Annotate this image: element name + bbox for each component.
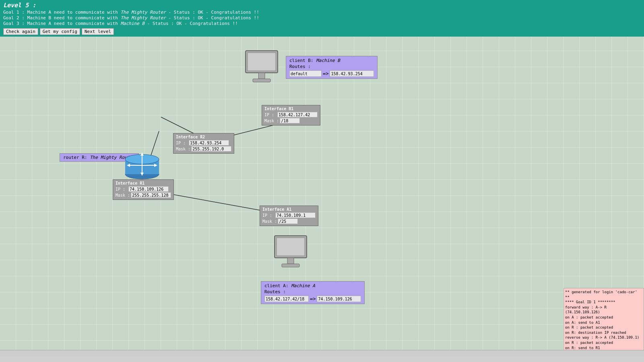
client-b-routes-label: Routes : xyxy=(289,64,374,69)
client-a-arrow: => xyxy=(310,296,316,302)
client-b-name: Machine B xyxy=(316,58,340,63)
client-a-route-from[interactable] xyxy=(264,296,309,302)
interface-a1-ip-input[interactable] xyxy=(275,212,316,218)
interface-a1-mask-label: Mask : xyxy=(262,219,277,224)
log-line: on A : packet accepted xyxy=(565,315,642,320)
check-again-button[interactable]: Check again xyxy=(3,28,38,35)
svg-rect-20 xyxy=(282,264,299,267)
log-line: on R : packet accepted xyxy=(565,325,642,330)
interface-a1-mask-input[interactable] xyxy=(278,218,298,224)
log-panel[interactable]: ** generated for login 'cado-car' ******… xyxy=(564,288,644,356)
button-row: Check again Get my config Next level xyxy=(3,28,641,35)
log-content: ** generated for login 'cado-car' ******… xyxy=(565,290,642,356)
log-line: on R : packet accepted xyxy=(565,340,642,346)
interface-b1-ip-label: IP : xyxy=(264,113,277,117)
goal1-text: Machine A need to communicate with xyxy=(27,10,121,15)
client-b-route-row: => xyxy=(289,70,374,77)
log-line: forward way : A-> R (74.150.109.126) xyxy=(565,305,642,315)
svg-rect-19 xyxy=(287,258,294,264)
interface-r1-ip-row: IP : xyxy=(116,186,171,192)
client-b-arrow: => xyxy=(323,71,328,76)
client-b-route-from[interactable] xyxy=(289,70,322,77)
network-connections xyxy=(0,37,644,356)
interface-a1-ip-label: IP : xyxy=(262,213,275,218)
interface-b1-ip-input[interactable] xyxy=(277,112,318,117)
client-b-box: client B: Machine B Routes : => xyxy=(286,56,378,79)
header: Level 5 : Goal 1 : Machine A need to com… xyxy=(0,0,644,37)
goal3-machine: Machine B xyxy=(120,21,144,26)
svg-rect-18 xyxy=(277,238,305,256)
interface-b1-box: Interface B1 IP : Mask : xyxy=(262,105,320,125)
network-canvas: router R: The Mighty Router Interface R2… xyxy=(0,37,644,356)
goal2-machine: The Mighty Router xyxy=(120,15,166,21)
goal-3: Goal 3 : Machine A need to communicate w… xyxy=(3,21,641,26)
goal3-text: Machine A need to communicate with xyxy=(27,21,121,26)
interface-a1-title: Interface A1 xyxy=(262,207,316,212)
goal2-status: - Status : OK - Congratulations !! xyxy=(166,15,259,21)
svg-rect-15 xyxy=(258,73,265,79)
interface-a1-box: Interface A1 IP : Mask : xyxy=(260,206,318,226)
goal1-machine: The Mighty Router xyxy=(120,10,166,15)
horizontal-scrollbar[interactable] xyxy=(0,350,644,356)
interface-r2-mask-row: Mask : xyxy=(176,146,231,152)
interface-b1-mask-input[interactable] xyxy=(280,118,300,123)
interface-r2-ip-row: IP : xyxy=(176,140,231,146)
router-label-text: router R: xyxy=(63,155,90,160)
computer-a-icon xyxy=(270,234,311,275)
client-a-title: client A: Machine A xyxy=(264,283,361,288)
interface-r1-mask-label: Mask : xyxy=(116,193,130,197)
interface-r1-ip-label: IP : xyxy=(116,187,128,191)
client-a-route-row: => xyxy=(264,296,361,302)
goal2-text: Machine B need to communicate with xyxy=(27,15,121,21)
log-line: on A: send to A1 xyxy=(565,320,642,325)
interface-a1-ip-row: IP : xyxy=(262,212,316,218)
svg-rect-14 xyxy=(248,53,276,71)
client-a-routes-label: Routes : xyxy=(264,289,361,294)
svg-marker-11 xyxy=(140,152,144,156)
router-icon xyxy=(120,145,164,183)
goal3-label: Goal 3 : xyxy=(3,21,25,26)
interface-r1-title: Interface R1 xyxy=(116,181,171,185)
log-line: **** Goal ID 1 ******** xyxy=(565,300,642,305)
client-b-title-text: client B: xyxy=(289,58,316,63)
interface-b1-title: Interface B1 xyxy=(264,107,318,111)
interface-r2-title: Interface R2 xyxy=(176,135,231,139)
interface-r2-ip-label: IP : xyxy=(176,141,188,145)
client-b-title: client B: Machine B xyxy=(289,58,374,63)
interface-r2-ip-input[interactable] xyxy=(189,140,229,146)
level-title: Level 5 : xyxy=(3,2,641,9)
client-b-route-to[interactable] xyxy=(330,70,374,77)
client-a-box: client A: Machine A Routes : => xyxy=(261,281,365,304)
svg-rect-16 xyxy=(253,79,270,82)
next-level-button[interactable]: Next level xyxy=(82,28,114,35)
log-line: on R: destination IP reached xyxy=(565,330,642,335)
interface-b1-mask-row: Mask : xyxy=(264,118,318,123)
log-line: ** generated for login 'cado-car' ** xyxy=(565,290,642,300)
goal3-status: - Status : OK - Congratulations !! xyxy=(144,21,238,26)
goal1-status: - Status : OK - Congratulations !! xyxy=(166,10,259,15)
interface-r2-box: Interface R2 IP : Mask : xyxy=(173,133,234,154)
goal-2: Goal 2 : Machine B need to communicate w… xyxy=(3,15,641,21)
get-my-config-button[interactable]: Get my config xyxy=(40,28,80,35)
interface-r1-ip-input[interactable] xyxy=(128,186,169,192)
interface-b1-mask-label: Mask : xyxy=(264,119,279,123)
interface-r1-mask-input[interactable] xyxy=(131,192,171,198)
client-a-name: Machine A xyxy=(291,283,315,288)
interface-r2-mask-input[interactable] xyxy=(191,146,231,152)
goal2-label: Goal 2 : xyxy=(3,15,25,21)
log-line: reverse way : R-> A (74.150.109.1) xyxy=(565,335,642,340)
interface-a1-mask-row: Mask : xyxy=(262,218,316,224)
interface-r1-mask-row: Mask : xyxy=(116,192,171,198)
interface-b1-ip-row: IP : xyxy=(264,112,318,117)
interface-r2-mask-label: Mask : xyxy=(176,147,190,151)
client-a-route-to[interactable] xyxy=(317,296,361,302)
goal1-label: Goal 1 : xyxy=(3,10,25,15)
interface-r1-box: Interface R1 IP : Mask : xyxy=(113,179,174,200)
goal-1: Goal 1 : Machine A need to communicate w… xyxy=(3,10,641,15)
client-a-title-text: client A: xyxy=(264,283,291,288)
computer-b-icon xyxy=(242,49,282,90)
